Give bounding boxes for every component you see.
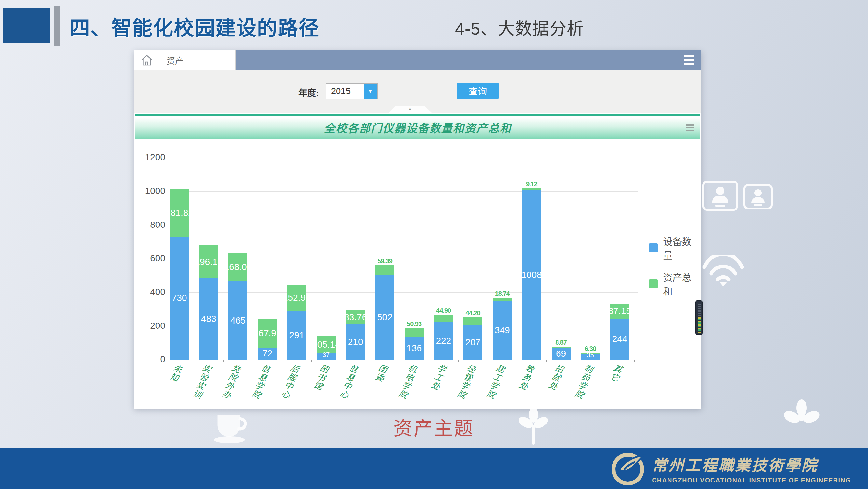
chart-menu-icon[interactable]	[686, 124, 694, 132]
y-axis-tick-label: 0	[135, 354, 165, 365]
title-decoration-square	[3, 8, 50, 43]
led-strip-device	[695, 300, 703, 335]
legend-item[interactable]: 设备数量	[649, 234, 700, 262]
slide-subtitle: 4-5、大数据分析	[455, 15, 584, 39]
x-axis-category-label: 其它	[609, 363, 623, 383]
title-accent-bar	[54, 5, 60, 46]
stacked-bar-assets-segment	[552, 347, 570, 348]
y-axis-tick-label: 200	[135, 321, 165, 331]
asset-app-window: 资产 年度: 2015 ▼ 查询 ▲ 全校各部门仪器设备数量和资产总和 0200…	[134, 51, 701, 409]
stacked-bar-assets-segment	[405, 328, 424, 337]
chevron-up-icon: ▲	[408, 107, 412, 111]
x-axis-category-label: 招就处	[547, 363, 564, 392]
x-axis-tick	[311, 359, 312, 362]
year-select-value: 2015	[327, 84, 364, 99]
home-icon	[140, 54, 153, 67]
bar-value-label-assets: 168.06	[218, 262, 257, 272]
x-axis-tick	[194, 359, 194, 362]
x-axis-category-label: 图书馆	[312, 363, 329, 392]
bar-value-label-assets: 6.30	[571, 345, 610, 352]
bar-value-label-equipment: 37	[307, 351, 346, 359]
x-axis-category-label: 经管学院	[455, 363, 476, 400]
filter-panel: 年度: 2015 ▼ 查询 ▲	[134, 70, 701, 113]
tab-assets[interactable]: 资产	[159, 51, 236, 70]
year-select[interactable]: 2015 ▼	[326, 83, 377, 99]
home-button[interactable]	[134, 51, 159, 70]
x-axis-category-label: 教务处	[517, 363, 534, 392]
flower-watermark-icon	[518, 406, 549, 446]
x-axis-category-label: 实验实训	[191, 363, 212, 400]
hamburger-menu-icon[interactable]	[684, 55, 694, 67]
stacked-bar-assets-segment	[522, 188, 541, 190]
x-axis-tick	[547, 359, 547, 362]
school-name-cn: 常州工程職業技術學院	[652, 453, 851, 475]
bar-value-label-equipment: 730	[160, 293, 199, 303]
app-header: 资产	[134, 51, 701, 70]
bar-value-label-assets: 18.74	[483, 290, 522, 297]
x-axis-category-label: 未知	[168, 363, 183, 383]
tab-assets-label: 资产	[167, 54, 184, 66]
school-logo-icon	[610, 450, 646, 487]
x-axis-tick	[341, 359, 341, 362]
tablet-user-watermark-icon	[743, 184, 773, 209]
gridline	[170, 191, 638, 192]
bar-value-label-equipment: 349	[483, 325, 522, 336]
flower-watermark-icon	[780, 398, 823, 436]
legend-swatch	[649, 279, 658, 288]
x-axis-tick	[165, 359, 165, 362]
gridline	[170, 158, 638, 158]
school-logo: 常州工程職業技術學院 CHANGZHOU VOCATIONAL INSTITUT…	[610, 450, 851, 487]
x-axis-category-label: 后服中心	[279, 363, 300, 400]
x-axis-tick	[488, 359, 488, 362]
bar-value-label-assets: 9.12	[512, 180, 551, 188]
year-label: 年度:	[299, 86, 319, 99]
bar-value-label-equipment: 465	[218, 315, 257, 326]
query-button[interactable]: 查询	[457, 83, 499, 99]
x-axis-category-label: 学工处	[429, 363, 446, 392]
app-header-bar	[236, 51, 701, 70]
stacked-bar-assets-segment	[375, 265, 394, 275]
x-axis-category-label: 信息中心	[338, 363, 359, 400]
x-axis-category-label: 信息学院	[250, 363, 271, 400]
stacked-bar-assets-segment	[434, 315, 453, 322]
x-axis-category-label: 建工学院	[485, 363, 505, 400]
bar-value-label-equipment: 244	[600, 334, 639, 344]
slide-caption: 资产主题	[394, 413, 474, 440]
x-axis-category-label: 制药学院	[573, 363, 593, 400]
bar-value-label-assets: 152.90	[277, 292, 316, 303]
bar-value-label-equipment: 207	[453, 337, 492, 348]
x-axis-tick	[370, 359, 370, 362]
y-axis-tick-label: 1000	[135, 186, 165, 196]
slide-title: 四、智能化校园建设的路径	[70, 12, 319, 41]
x-axis-tick	[458, 359, 459, 362]
x-axis-tick	[400, 359, 400, 362]
legend-item[interactable]: 资产总和	[649, 270, 700, 297]
coffee-cup-watermark-icon	[211, 407, 253, 446]
gridline	[170, 359, 638, 360]
legend-label: 资产总和	[663, 270, 700, 297]
bar-value-label-assets: 44.20	[453, 310, 492, 317]
stacked-bar-assets-segment	[493, 298, 512, 301]
chevron-down-icon[interactable]: ▼	[364, 84, 377, 99]
x-axis-tick	[634, 359, 634, 362]
x-axis-tick	[576, 359, 576, 362]
legend-label: 设备数量	[663, 234, 700, 262]
bar-value-label-assets: 281.82	[160, 208, 199, 218]
bar-value-label-equipment: 291	[277, 330, 316, 340]
chart-card: 全校各部门仪器设备数量和资产总和 02004006008001000120073…	[135, 114, 701, 409]
collapse-panel-handle[interactable]: ▲	[389, 106, 432, 113]
x-axis-tick	[517, 359, 517, 362]
bar-value-label-equipment: 72	[248, 348, 287, 359]
bar-value-label-equipment: 1008	[512, 270, 551, 280]
wifi-watermark-icon	[701, 255, 746, 287]
x-axis-category-label: 机电学院	[397, 363, 417, 400]
footer-bar: 常州工程職業技術學院 CHANGZHOU VOCATIONAL INSTITUT…	[0, 448, 868, 489]
stacked-bar-assets-segment	[463, 317, 482, 325]
legend-swatch	[649, 243, 658, 253]
bar-value-label-equipment: 210	[336, 337, 375, 347]
x-axis-tick	[223, 359, 224, 362]
bar-value-label-assets: 59.39	[365, 257, 404, 265]
y-axis-tick-label: 600	[135, 253, 165, 264]
tablet-user-watermark-icon	[702, 181, 738, 211]
chart-legend: 设备数量资产总和	[649, 234, 700, 306]
